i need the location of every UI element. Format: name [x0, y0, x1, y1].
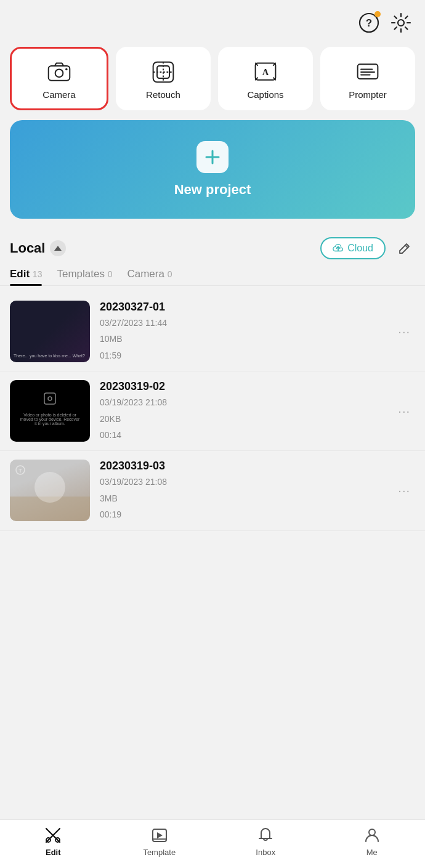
- project-info: 20230319-03 03/19/2023 21:08 3MB 00:19: [100, 460, 383, 521]
- cloud-btn-label: Cloud: [347, 243, 373, 254]
- svg-line-10: [395, 27, 397, 30]
- retouch-mode-btn[interactable]: Retouch: [116, 47, 211, 110]
- project-thumbnail: There... you have to kiss me... What?: [10, 301, 90, 362]
- project-more-btn[interactable]: ···: [393, 479, 415, 503]
- project-duration: 00:19: [100, 508, 383, 521]
- help-icon-btn[interactable]: ?: [357, 11, 381, 34]
- bell-icon: [256, 826, 275, 845]
- svg-point-29: [48, 397, 52, 400]
- nav-me-label: Me: [366, 848, 378, 857]
- nav-edit-label: Edit: [46, 848, 61, 857]
- svg-line-7: [395, 17, 397, 19]
- table-row: T 20230319-03 03/19/2023 21:08 3MB 00:19…: [0, 451, 425, 530]
- svg-rect-11: [49, 66, 70, 81]
- svg-marker-37: [157, 832, 163, 838]
- project-info: 20230319-02 03/19/2023 21:08 20KB 00:14: [100, 380, 383, 442]
- svg-line-9: [405, 17, 408, 19]
- svg-rect-28: [44, 393, 55, 404]
- project-size: 20KB: [100, 412, 383, 426]
- notification-dot: [374, 11, 381, 17]
- project-size: 3MB: [100, 492, 383, 505]
- table-row: Video or photo is deleted or moved to yo…: [0, 371, 425, 451]
- nav-item-template[interactable]: Template: [107, 826, 213, 857]
- header: ?: [0, 0, 425, 41]
- local-title: Local: [10, 240, 45, 256]
- tabs-row: Edit 13 Templates 0 Camera 0: [0, 268, 425, 286]
- project-name: 20230319-03: [100, 460, 383, 473]
- settings-icon-btn[interactable]: [389, 11, 413, 34]
- svg-text:A: A: [262, 67, 269, 77]
- svg-line-8: [405, 27, 408, 30]
- project-date: 03/19/2023 21:08: [100, 475, 383, 489]
- local-header: Local Cloud: [0, 231, 425, 268]
- person-icon: [363, 826, 381, 845]
- svg-point-12: [55, 69, 63, 77]
- new-project-label: New project: [174, 182, 251, 198]
- svg-point-40: [369, 829, 375, 835]
- project-date: 03/27/2023 11:44: [100, 316, 383, 330]
- project-thumbnail: Video or photo is deleted or moved to yo…: [10, 380, 90, 442]
- svg-point-13: [65, 68, 68, 71]
- captions-mode-btn[interactable]: A Captions: [218, 47, 313, 110]
- project-date: 03/19/2023 21:08: [100, 395, 383, 409]
- project-list: There... you have to kiss me... What? 20…: [0, 292, 425, 593]
- project-more-btn[interactable]: ···: [393, 399, 415, 423]
- prompter-mode-btn[interactable]: Prompter: [320, 47, 415, 110]
- captions-label: Captions: [247, 89, 283, 100]
- new-project-banner[interactable]: New project: [10, 120, 415, 219]
- table-row: There... you have to kiss me... What? 20…: [0, 292, 425, 371]
- camera-mode-btn[interactable]: Camera: [10, 47, 108, 110]
- mode-row: Camera Retouch A Captions Prompter: [0, 41, 425, 120]
- nav-item-me[interactable]: Me: [319, 826, 426, 857]
- project-thumbnail: T: [10, 460, 90, 521]
- edit-pencil-btn[interactable]: [394, 238, 415, 259]
- nav-inbox-label: Inbox: [256, 848, 275, 857]
- scissors-icon: [44, 826, 62, 845]
- prompter-label: Prompter: [349, 89, 387, 100]
- template-icon: [150, 826, 169, 845]
- project-duration: 01:59: [100, 349, 383, 362]
- camera-label: Camera: [42, 89, 75, 100]
- project-size: 10MB: [100, 332, 383, 346]
- tab-camera[interactable]: Camera 0: [127, 268, 172, 285]
- svg-text:T: T: [18, 468, 22, 474]
- tab-edit[interactable]: Edit 13: [10, 268, 42, 285]
- project-more-btn[interactable]: ···: [393, 320, 415, 344]
- nav-template-label: Template: [143, 848, 176, 857]
- project-name: 20230319-02: [100, 380, 383, 393]
- new-project-plus-icon: [196, 141, 229, 173]
- local-left: Local: [10, 240, 66, 256]
- bottom-nav: Edit Template Inbox: [0, 819, 425, 868]
- svg-point-2: [398, 20, 404, 26]
- project-name: 20230327-01: [100, 301, 383, 314]
- cloud-btn[interactable]: Cloud: [320, 237, 386, 259]
- svg-marker-26: [54, 246, 62, 251]
- svg-text:?: ?: [366, 17, 372, 29]
- tab-templates[interactable]: Templates 0: [57, 268, 112, 285]
- project-duration: 00:14: [100, 428, 383, 442]
- project-info: 20230327-01 03/27/2023 11:44 10MB 01:59: [100, 301, 383, 362]
- nav-item-inbox[interactable]: Inbox: [212, 826, 319, 857]
- sort-arrow-btn[interactable]: [50, 240, 66, 256]
- nav-item-edit[interactable]: Edit: [0, 826, 107, 857]
- retouch-label: Retouch: [146, 89, 180, 100]
